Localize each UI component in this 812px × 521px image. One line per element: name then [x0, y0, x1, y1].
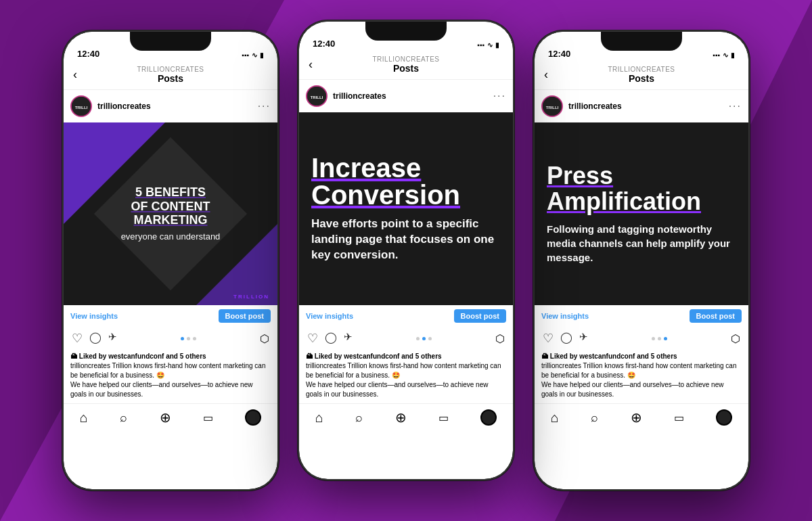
- nav-title-wrapper-2: TRILLIONCREATES Posts: [373, 55, 440, 74]
- back-button-1[interactable]: ‹: [73, 68, 77, 82]
- post-insights-1: View insights Boost post: [64, 305, 277, 327]
- heart-icon-1[interactable]: ♡: [72, 331, 83, 346]
- nav-bar-1: ‹ TRILLIONCREATES Posts: [64, 62, 277, 90]
- share-icon-3[interactable]: ✈: [579, 331, 588, 346]
- reels-icon-1[interactable]: ▭: [203, 411, 213, 424]
- nav-subtitle-3: TRILLIONCREATES: [608, 66, 675, 73]
- dot-1-2: [187, 337, 190, 340]
- post-caption-2: 🏔 Liked by westcanfundconf and 5 others …: [299, 350, 513, 403]
- phone-2-screen: 12:40 ▪▪▪ ∿ ▮ ‹ TRILLIONCREATES Posts: [299, 22, 513, 479]
- boost-button-1[interactable]: Boost post: [219, 309, 271, 323]
- add-icon-2[interactable]: ⊕: [395, 409, 407, 426]
- view-insights-3[interactable]: View insights: [541, 312, 589, 320]
- more-button-2[interactable]: ···: [493, 90, 506, 102]
- profile-avatar-3[interactable]: [716, 409, 732, 426]
- dot-2-2: [422, 337, 426, 340]
- phone-3-notch: [601, 32, 682, 51]
- search-icon-3[interactable]: ⌕: [591, 411, 598, 425]
- home-icon-2[interactable]: ⌂: [315, 410, 323, 426]
- post-header-1: TRILLI trillioncreates ···: [64, 90, 277, 122]
- post-caption-3: 🏔 Liked by westcanfundconf and 5 others …: [535, 350, 748, 403]
- back-button-3[interactable]: ‹: [544, 68, 548, 82]
- add-icon-3[interactable]: ⊕: [631, 409, 642, 426]
- status-icons-3: ▪▪▪ ∿ ▮: [713, 51, 735, 59]
- phone-1: 12:40 ▪▪▪ ∿ ▮ ‹ TRILLIONCREATES Posts: [62, 30, 279, 491]
- username-3: trillioncreates: [568, 101, 729, 111]
- post-actions-3: ♡ ◯ ✈ ⬡: [535, 327, 748, 350]
- phone-3-screen: 12:40 ▪▪▪ ∿ ▮ ‹ TRILLIONCREATES Posts: [535, 32, 748, 489]
- add-icon-1[interactable]: ⊕: [160, 409, 171, 426]
- bookmark-icon-2[interactable]: ⬡: [495, 332, 505, 345]
- svg-text:TRILLI: TRILLI: [311, 95, 323, 99]
- back-button-2[interactable]: ‹: [309, 58, 313, 72]
- nav-bar-3: ‹ TRILLIONCREATES Posts: [535, 62, 748, 90]
- bottom-nav-2: ⌂ ⌕ ⊕ ▭: [299, 403, 513, 432]
- post-image-3: Press Amplification Following and taggin…: [535, 122, 748, 305]
- post-header-3: TRILLI trillioncreates ···: [535, 90, 748, 122]
- boost-button-3[interactable]: Boost post: [690, 309, 742, 323]
- view-insights-1[interactable]: View insights: [70, 312, 118, 320]
- comment-icon-2[interactable]: ◯: [325, 331, 337, 346]
- more-button-1[interactable]: ···: [258, 100, 271, 112]
- post-actions-1: ♡ ◯ ✈ ⬡: [64, 327, 277, 350]
- boost-button-2[interactable]: Boost post: [454, 309, 506, 323]
- status-time-3: 12:40: [548, 49, 570, 59]
- caption-3: trillioncreates Trillion knows first-han…: [541, 361, 742, 380]
- search-icon-1[interactable]: ⌕: [120, 411, 127, 425]
- reels-icon-2[interactable]: ▭: [438, 411, 449, 424]
- signal-icon-3: ▪▪▪: [713, 51, 720, 59]
- heart-icon-3[interactable]: ♡: [543, 331, 554, 346]
- heart-icon-2[interactable]: ♡: [307, 331, 318, 346]
- action-icons-3: ♡ ◯ ✈: [543, 331, 588, 346]
- share-icon-2[interactable]: ✈: [344, 331, 353, 346]
- wifi-icon-2: ∿: [487, 41, 493, 49]
- bottom-nav-3: ⌂ ⌕ ⊕ ▭: [535, 403, 748, 432]
- phone-2: 12:40 ▪▪▪ ∿ ▮ ‹ TRILLIONCREATES Posts: [298, 20, 514, 480]
- liked-by-1: 🏔 Liked by westcanfundconf and 5 others: [70, 353, 271, 360]
- action-icons-2: ♡ ◯ ✈: [307, 331, 353, 346]
- phones-container: 12:40 ▪▪▪ ∿ ▮ ‹ TRILLIONCREATES Posts: [0, 0, 812, 521]
- signal-icon-2: ▪▪▪: [477, 41, 484, 49]
- search-icon-2[interactable]: ⌕: [355, 411, 363, 425]
- caption-2-2: We have helped our clients—and ourselves…: [306, 380, 506, 399]
- phone-1-screen: 12:40 ▪▪▪ ∿ ▮ ‹ TRILLIONCREATES Posts: [64, 32, 277, 489]
- nav-subtitle-2: TRILLIONCREATES: [373, 55, 440, 63]
- nav-subtitle-1: TRILLIONCREATES: [137, 66, 204, 73]
- dots-3: [652, 337, 667, 340]
- post-header-2: TRILLI trillioncreates ···: [299, 80, 513, 112]
- view-insights-2[interactable]: View insights: [306, 312, 353, 320]
- liked-by-2: 🏔 Liked by westcanfundconf and 5 others: [306, 353, 506, 360]
- comment-icon-1[interactable]: ◯: [89, 331, 102, 346]
- increase-body-2: Have efforts point to a specific landing…: [311, 217, 501, 263]
- share-icon-1[interactable]: ✈: [108, 331, 117, 346]
- comment-icon-3[interactable]: ◯: [560, 331, 572, 346]
- nav-title-wrapper-1: TRILLIONCREATES Posts: [137, 66, 204, 84]
- more-button-3[interactable]: ···: [729, 100, 742, 112]
- dot-1-3: [193, 337, 196, 340]
- bookmark-icon-3[interactable]: ⬡: [731, 332, 740, 345]
- status-time-2: 12:40: [313, 39, 335, 49]
- dot-3-2: [658, 337, 661, 340]
- nav-bar-2: ‹ TRILLIONCREATES Posts: [299, 51, 513, 80]
- home-icon-1[interactable]: ⌂: [80, 410, 88, 426]
- content-text-1: 5 BENEFITS OF CONTENT MARKETING everyone…: [80, 185, 262, 242]
- profile-avatar-1[interactable]: [245, 409, 261, 426]
- battery-icon-3: ▮: [731, 51, 735, 59]
- status-time-1: 12:40: [77, 49, 99, 59]
- post-image-2: Increase Conversion Have efforts point t…: [299, 112, 513, 305]
- liked-by-3: 🏔 Liked by westcanfundconf and 5 others: [541, 353, 742, 360]
- home-icon-3[interactable]: ⌂: [551, 410, 559, 426]
- bookmark-icon-1[interactable]: ⬡: [260, 332, 269, 345]
- wifi-icon-1: ∿: [252, 51, 257, 59]
- dot-1-1: [181, 337, 184, 340]
- battery-icon-1: ▮: [260, 51, 264, 59]
- dot-2-3: [428, 337, 432, 340]
- nav-title-2: Posts: [373, 63, 440, 74]
- dot-2-1: [416, 337, 420, 340]
- profile-avatar-2[interactable]: [480, 409, 497, 426]
- reels-icon-3[interactable]: ▭: [674, 411, 684, 424]
- phone-1-notch: [130, 32, 211, 51]
- phone-3: 12:40 ▪▪▪ ∿ ▮ ‹ TRILLIONCREATES Posts: [533, 30, 750, 491]
- dots-1: [181, 337, 196, 340]
- battery-icon-2: ▮: [495, 41, 499, 49]
